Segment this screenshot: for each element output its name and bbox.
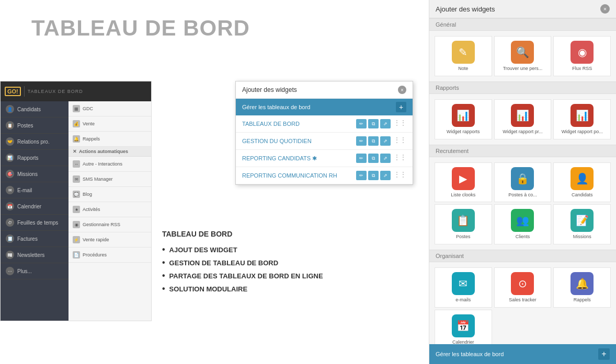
sidebar-label: Calendrier xyxy=(17,204,41,209)
rapports-widget-grid: 📊 Widget rapports 📊 Widget rapport pr...… xyxy=(429,94,616,145)
sidebar-right-header-actions: ✕Actions automatiques xyxy=(69,147,151,157)
sidebar-item-postes[interactable]: 📋 Postes xyxy=(1,118,69,134)
bullet-list: • AJOUT DES WIDGET • GESTION DE TABLEAU … xyxy=(162,246,413,293)
postes-widget-icon: 📋 xyxy=(457,214,470,227)
edit-button[interactable]: ✏ xyxy=(356,119,367,128)
share-button[interactable]: ⇗ xyxy=(380,119,391,128)
sidebar-right-interactions[interactable]: ↔ Autre - Interactions xyxy=(69,157,151,172)
section-recrutement: Recrutement xyxy=(429,145,616,157)
blog-icon: 💬 xyxy=(73,191,80,198)
share-button[interactable]: ⇗ xyxy=(380,136,391,146)
copy-button[interactable]: ⧉ xyxy=(368,136,379,146)
widget-rapport-po-icon-box: 📊 xyxy=(571,104,594,127)
sidebar-right-label: Vente xyxy=(83,121,95,126)
emails-label: e-mails xyxy=(455,297,471,303)
widget-postes[interactable]: 📋 Postes xyxy=(435,204,492,244)
sidebar-item-factures[interactable]: 🧾 Factures xyxy=(1,231,69,247)
sidebar-right-sms[interactable]: ✉ SMS Manager xyxy=(69,172,151,187)
widget-trouver[interactable]: 🔍 Trouver une pers... xyxy=(494,36,552,76)
relations-icon: 🤝 xyxy=(6,137,14,146)
widget-rapport-po[interactable]: 📊 Widget rapport po... xyxy=(553,99,611,139)
page-title: TABLEAU DE BORD xyxy=(0,0,429,51)
sidebar-right-label: Vente rapide xyxy=(83,237,109,242)
rapports-chart-icon: 📊 xyxy=(457,109,470,122)
list-item: • AJOUT DES WIDGET xyxy=(162,246,413,254)
sidebar-right-procedures[interactable]: 📄 Procédures xyxy=(69,248,151,263)
popup-row-2[interactable]: GESTION DU QUOTIDIEN ✏ ⧉ ⇗ ⋮⋮ xyxy=(236,133,413,150)
copy-button[interactable]: ⧉ xyxy=(368,154,379,163)
widget-emails[interactable]: ✉ e-mails xyxy=(435,267,492,308)
right-close-button[interactable]: × xyxy=(600,4,610,14)
sidebar-item-candidats[interactable]: 👤 Candidats xyxy=(1,101,69,118)
popup-row-4[interactable]: REPORTING COMMUNICATION RH ✏ ⧉ ⇗ ⋮⋮ xyxy=(236,167,413,184)
edit-button[interactable]: ✏ xyxy=(356,171,367,180)
sidebar-right-blog[interactable]: 💬 Blog xyxy=(69,187,151,202)
share-button[interactable]: ⇗ xyxy=(380,154,391,163)
popup-row-3[interactable]: REPORTING CANDIDATS ✱ ✏ ⧉ ⇗ ⋮⋮ xyxy=(236,150,413,167)
widget-rapport-pr-label: Widget rapport pr... xyxy=(503,129,543,135)
clients-label: Clients xyxy=(516,234,530,240)
widget-candidats[interactable]: 👤 Candidats xyxy=(553,162,611,203)
widget-rapports-icon-box: 📊 xyxy=(452,104,475,127)
sidebar-right-activites[interactable]: ★ Activités xyxy=(69,202,151,217)
top-bar-text: TABLEAUX DE BORD xyxy=(28,89,83,94)
edit-button[interactable]: ✏ xyxy=(356,154,367,163)
popup-row-actions: ✏ ⧉ ⇗ ⋮⋮ xyxy=(356,154,406,163)
drag-handle: ⋮⋮ xyxy=(394,119,406,128)
widget-clients[interactable]: 👥 Clients xyxy=(494,204,552,244)
right-add-button[interactable]: + xyxy=(598,348,610,360)
widget-postes-co[interactable]: 🔒 Postes à co... xyxy=(494,162,552,203)
popup-row-1[interactable]: TABLEAUX DE BORD ✏ ⧉ ⇗ ⋮⋮ xyxy=(236,115,413,133)
sidebar-item-email[interactable]: ✉ E-mail xyxy=(1,182,69,198)
widget-rappels[interactable]: 🔔 Rappels xyxy=(553,267,611,308)
popup-manage-label: Gérer les tableaux de bord xyxy=(242,104,310,110)
sidebar-item-feuilles[interactable]: ⏱ Feuilles de temps xyxy=(1,215,69,231)
section-general: Général xyxy=(429,18,616,31)
sidebar-item-plus[interactable]: ⋯ Plus... xyxy=(1,263,69,279)
drag-handle: ⋮⋮ xyxy=(394,154,406,163)
calendrier-icon: 📅 xyxy=(6,202,14,210)
popup-title: Ajouter des widgets xyxy=(242,86,297,93)
popup-add-button[interactable]: + xyxy=(396,102,406,112)
list-item: • SOLUTION MODULAIRE xyxy=(162,285,413,293)
widget-rss[interactable]: ◉ Flux RSS xyxy=(553,36,611,76)
popup-close-button[interactable]: × xyxy=(398,86,406,94)
candidats-icon: 👤 xyxy=(6,105,14,113)
rss-icon-box: ◉ xyxy=(571,41,594,64)
sidebar-right-rappels[interactable]: 🔔 Rappels xyxy=(69,132,151,147)
widget-missions[interactable]: 📝 Missions xyxy=(553,204,611,244)
sidebar-right-gdc[interactable]: ▦ GDC xyxy=(69,101,151,116)
sidebar-right-vente-rapide[interactable]: ⚡ Vente rapide xyxy=(69,232,151,248)
note-icon-box: ✎ xyxy=(452,41,475,64)
edit-button[interactable]: ✏ xyxy=(356,136,367,146)
list-item: • GESTION DE TABLEAU DE BORD xyxy=(162,259,413,267)
popup-header: Ajouter des widgets × xyxy=(236,81,413,99)
popup-row-label: GESTION DU QUOTIDIEN xyxy=(242,138,356,144)
section-organisant: Organisant xyxy=(429,250,616,262)
sidebar-right-vente[interactable]: 💰 Vente xyxy=(69,116,151,132)
widget-note[interactable]: ✎ Note xyxy=(435,36,492,76)
sidebar-item-rapports[interactable]: 📊 Rapports xyxy=(1,150,69,166)
widget-rapports[interactable]: 📊 Widget rapports xyxy=(435,99,492,139)
sidebar-right-label: Gestionnaire RSS xyxy=(83,222,120,227)
clients-icon-box: 👥 xyxy=(511,209,534,232)
postes-co-label: Postes à co... xyxy=(508,192,537,198)
widget-liste-clooks[interactable]: ▶ Liste clooks xyxy=(435,162,492,203)
widget-rapport-pr[interactable]: 📊 Widget rapport pr... xyxy=(494,99,552,139)
sidebar-right-label: Procédures xyxy=(83,252,107,257)
sidebar-item-missions[interactable]: 🎯 Missions xyxy=(1,166,69,182)
sidebar-item-newsletters[interactable]: 📰 Newsletters xyxy=(1,247,69,263)
sidebar-right-gestionnaire[interactable]: ◉ Gestionnaire RSS xyxy=(69,217,151,232)
sales-icon: ⊙ xyxy=(518,277,527,290)
sidebar-top-bar: GO! TABLEAUX DE BORD xyxy=(1,81,151,101)
sidebar-item-calendrier[interactable]: 📅 Calendrier xyxy=(1,198,69,215)
widget-sales-tracker[interactable]: ⊙ Sales tracker xyxy=(494,267,552,308)
copy-button[interactable]: ⧉ xyxy=(368,171,379,180)
rappels-label: Rappels xyxy=(574,297,591,303)
drag-handle: ⋮⋮ xyxy=(394,171,406,180)
rapport-pr-chart-icon: 📊 xyxy=(516,109,529,122)
rss-label: Flux RSS xyxy=(572,66,592,72)
share-button[interactable]: ⇗ xyxy=(380,171,391,180)
copy-button[interactable]: ⧉ xyxy=(368,119,379,128)
sidebar-item-relations[interactable]: 🤝 Relations pro. xyxy=(1,134,69,150)
